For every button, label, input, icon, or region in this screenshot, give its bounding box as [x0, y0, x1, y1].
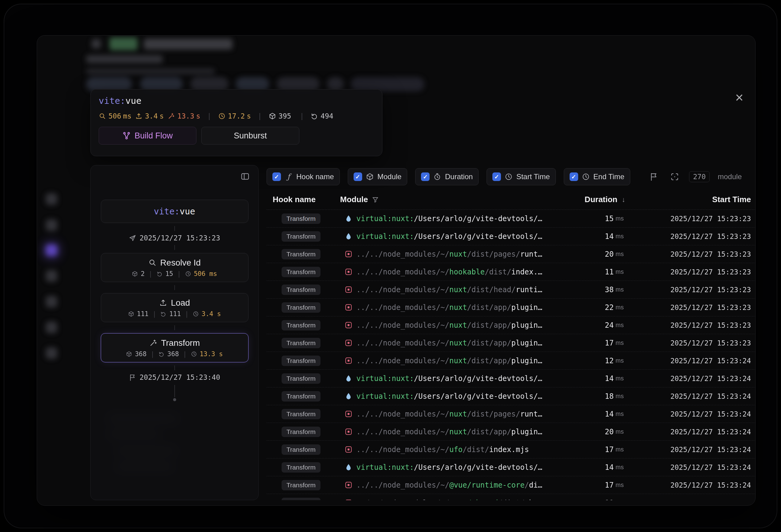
node-call-count: 111: [169, 310, 181, 318]
filter-chip-duration[interactable]: ✓ Duration: [415, 168, 479, 185]
path-segment: /dist/app/: [467, 339, 511, 347]
path-segment: runti…: [516, 285, 542, 294]
sunburst-button[interactable]: Sunburst: [201, 127, 299, 144]
table-row[interactable]: Transform ../../node_modules/~/@vue/shar…: [266, 494, 755, 500]
flow-tail-dot: [173, 398, 176, 401]
duration-value: 20: [605, 428, 614, 436]
virtual-module-icon: [344, 392, 353, 400]
table-row[interactable]: Transform virtual:nuxt:/Users/arlo/g/vit…: [266, 228, 755, 245]
col-hook-name[interactable]: Hook name: [266, 195, 340, 204]
node-module-icon: [344, 285, 353, 294]
path-segment: index.mjs: [489, 445, 529, 454]
start-time: 2025/12/27 15:23:23: [627, 250, 755, 258]
table-row[interactable]: Transform ../../node_modules/~/nuxt/dist…: [266, 245, 755, 263]
collapse-panel-button[interactable]: [239, 170, 252, 183]
path-segment: plugin…: [511, 303, 542, 312]
module-path: ../../node_modules/~/nuxt/dist/pages/run…: [356, 250, 542, 259]
funnel-icon[interactable]: [372, 196, 379, 204]
cube-icon: [126, 351, 132, 357]
node-module-count: 2: [140, 270, 145, 277]
table-row[interactable]: Transform virtual:nuxt:/Users/arlo/g/vit…: [266, 210, 755, 228]
col-duration[interactable]: Duration↓: [560, 195, 627, 204]
table-row[interactable]: Transform ../../node_modules/~/nuxt/dist…: [266, 423, 755, 441]
flow-connector: [174, 325, 175, 330]
filter-chip-start-time[interactable]: ✓ Start Time: [487, 168, 556, 185]
duration-unit: ms: [616, 446, 627, 453]
flow-node-load[interactable]: Load 111 | 111 | 3.4 s: [101, 293, 248, 322]
path-segment: virtual:nuxt:: [356, 374, 414, 383]
table-row[interactable]: Transform ../../node_modules/~/nuxt/dist…: [266, 334, 755, 352]
table-row[interactable]: Transform virtual:nuxt:/Users/arlo/g/vit…: [266, 370, 755, 388]
col-module[interactable]: Module: [340, 195, 560, 204]
separator: |: [177, 270, 181, 277]
duration-unit: ms: [616, 268, 627, 275]
duration-value: 17: [605, 481, 614, 489]
path-segment: ../../node_modules/~/: [356, 285, 449, 294]
cube-icon: [366, 173, 374, 181]
duration-unit: ms: [616, 482, 627, 489]
view-buttons: Build Flow Sunburst: [99, 127, 374, 144]
filter-chip-end-time[interactable]: ✓ End Time: [564, 168, 630, 185]
flow-start-time: 2025/12/27 15:23:23: [129, 234, 220, 242]
flow-root-prefix: vite:: [154, 207, 179, 217]
duration-unit: ms: [616, 499, 627, 500]
table-row[interactable]: Transform ../../node_modules/~/@vue/runt…: [266, 476, 755, 494]
table-row[interactable]: Transform ../../node_modules/~/ufo/dist/…: [266, 441, 755, 458]
separator: |: [258, 112, 262, 120]
table-row[interactable]: Transform virtual:nuxt:/Users/arlo/g/vit…: [266, 388, 755, 405]
checkbox-checked[interactable]: ✓: [421, 172, 429, 181]
separator: |: [153, 310, 157, 318]
plugin-stats-row: 506 ms 3.4 s 13.3 s | 17.2 s | 395 | 494: [99, 112, 374, 120]
check-icon: ✓: [355, 174, 361, 180]
magnifier-icon: [99, 113, 106, 120]
start-time: 2025/12/27 15:23:24: [627, 481, 755, 489]
flow-node-transform[interactable]: Transform 368 | 368 | 13.3 s: [101, 333, 248, 362]
duration-value: 17: [605, 339, 614, 347]
node-module-icon: [344, 268, 353, 276]
module-path: ../../node_modules/~/ufo/dist/index.mjs: [356, 445, 529, 454]
start-time: 2025/12/27 15:23:23: [627, 215, 755, 223]
path-segment: sha…: [525, 499, 542, 500]
path-segment: ../../node_modules/~/: [356, 481, 449, 489]
flow-root-node[interactable]: vite:vue: [101, 200, 248, 223]
filter-chip-hook-name[interactable]: ✓ ƒ Hook name: [266, 168, 340, 185]
path-segment: ../../node_modules/~/: [356, 428, 449, 436]
cube-icon: [132, 271, 138, 277]
hook-badge: Transform: [282, 267, 321, 277]
path-segment: /dist/app/: [467, 303, 511, 312]
table-row[interactable]: Transform ../../node_modules/~/nuxt/dist…: [266, 316, 755, 334]
flow-graph: vite:vue 2025/12/27 15:23:23 Resolve Id …: [91, 187, 258, 401]
select-modules-button[interactable]: [668, 170, 681, 183]
close-button[interactable]: ×: [730, 88, 748, 106]
flow-node-stats: 111 | 111 | 3.4 s: [128, 310, 221, 318]
build-flow-button[interactable]: Build Flow: [99, 127, 196, 144]
table-row[interactable]: Transform ../../node_modules/~/nuxt/dist…: [266, 281, 755, 299]
path-segment: nuxt: [449, 321, 467, 329]
duration-unit: ms: [616, 357, 627, 364]
duration-unit: ms: [616, 428, 627, 435]
col-start-time[interactable]: Start Time: [627, 195, 755, 204]
table-row[interactable]: Transform ../../node_modules/~/nuxt/dist…: [266, 352, 755, 370]
start-time: 2025/12/27 15:23:23: [627, 232, 755, 240]
checkbox-checked[interactable]: ✓: [273, 172, 281, 181]
flow-node-resolve-id[interactable]: Resolve Id 2 | 15 | 506 ms: [101, 253, 248, 282]
table-row[interactable]: Transform ../../node_modules/~/nuxt/dist…: [266, 299, 755, 316]
table-row[interactable]: Transform ../../node_modules/~/nuxt/dist…: [266, 405, 755, 423]
upload-icon: [135, 113, 142, 120]
duration-value: 11: [605, 268, 614, 276]
table-row[interactable]: Transform virtual:nuxt:/Users/arlo/g/vit…: [266, 458, 755, 476]
path-segment: nuxt: [449, 339, 467, 347]
virtual-module-icon: [344, 463, 353, 471]
table-row[interactable]: Transform ../../node_modules/~/hookable/…: [266, 263, 755, 281]
checkbox-checked[interactable]: ✓: [492, 172, 501, 181]
timeline-flag-button[interactable]: [647, 170, 660, 183]
refresh-icon: [160, 311, 166, 317]
path-segment: nuxt: [449, 250, 467, 259]
hook-badge: Transform: [282, 444, 321, 455]
checkbox-checked[interactable]: ✓: [570, 172, 578, 181]
checkbox-checked[interactable]: ✓: [354, 172, 362, 181]
build-flow-label: Build Flow: [134, 131, 173, 141]
device-frame: × vite:vue 506 ms 3.4 s 13.3 s | 17.2 s …: [4, 4, 777, 528]
path-segment: /Users/arlo/g/vite-devtools/…: [414, 214, 542, 223]
filter-chip-module[interactable]: ✓ Module: [348, 168, 408, 185]
